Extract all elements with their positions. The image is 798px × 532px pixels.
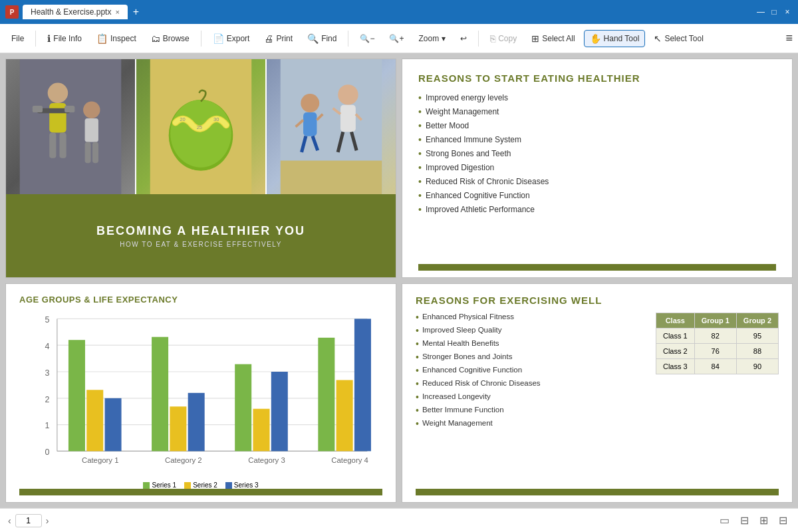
bullet-icon: • [418, 205, 422, 214]
list-item: •Increased Longevity [416, 392, 648, 402]
table-row: Class 18295 [656, 329, 778, 344]
list-item: •Improved energy levels [418, 93, 776, 102]
svg-text:2: 2 [45, 395, 50, 404]
table-header-class: Class [656, 313, 694, 329]
bullet-icon: • [416, 419, 419, 428]
bullet-icon: • [418, 191, 422, 200]
series3-color [225, 482, 232, 489]
view-cols-btn[interactable]: ⊞ [757, 513, 771, 528]
browse-icon: 🗂 [151, 33, 160, 44]
svg-text:5: 5 [45, 315, 50, 325]
view-thumbs-btn[interactable]: ⊟ [776, 513, 790, 528]
svg-rect-2 [49, 103, 66, 132]
svg-text:3: 3 [45, 368, 50, 378]
slide-4-title: REASONS FOR EXERCISING WELL [416, 295, 779, 306]
inspect-btn[interactable]: 📋 Inspect [90, 30, 142, 47]
hand-icon: ✋ [590, 33, 601, 44]
svg-text:1: 1 [45, 421, 50, 430]
table-cell: 88 [736, 344, 778, 359]
gym-image [6, 59, 135, 194]
svg-rect-60 [354, 319, 371, 451]
svg-rect-55 [253, 409, 269, 452]
close-btn[interactable]: × [782, 7, 793, 17]
inspect-icon: 📋 [96, 33, 108, 44]
zoom-out-icon: 🔍− [360, 34, 374, 43]
slide-1-subtitle: HOW TO EAT & EXERCISE EFFECTIVELY [120, 241, 282, 248]
statusbar: ‹ › ▭ ⊟ ⊞ ⊟ [0, 508, 798, 532]
bullet-icon: • [418, 121, 422, 130]
table-cell: 90 [736, 359, 778, 374]
svg-rect-27 [340, 105, 356, 132]
table-cell: Class 1 [656, 329, 694, 344]
slide-2[interactable]: REASONS TO START EATING HEALTHIER •Impro… [402, 59, 793, 278]
maximize-btn[interactable]: □ [769, 7, 779, 17]
slide-1[interactable]: 20 25 30 [5, 59, 396, 278]
print-btn[interactable]: 🖨 Print [258, 30, 299, 47]
slide-2-footer [418, 264, 776, 271]
back-btn[interactable]: ↩ [454, 31, 473, 47]
sep4 [478, 31, 479, 47]
menu-btn[interactable]: ≡ [785, 31, 793, 45]
file-tab[interactable]: Health & Exercise.pptx × [23, 5, 128, 19]
list-item: •Reduced Risk of Chronic Diseases [416, 379, 648, 388]
runners-image [267, 59, 396, 194]
minimize-btn[interactable]: — [755, 7, 766, 17]
file-info-btn[interactable]: ℹ File Info [41, 30, 88, 47]
series1-label: Series 1 [152, 481, 176, 489]
bullet-icon: • [416, 392, 419, 402]
view-grid-btn[interactable]: ⊟ [737, 513, 751, 528]
list-item: •Improved Athletic Performance [418, 205, 776, 214]
select-all-btn[interactable]: ⊞ Select All [525, 30, 581, 47]
svg-rect-54 [235, 364, 251, 452]
next-page-btn[interactable]: › [46, 515, 49, 526]
file-label: File [11, 34, 24, 43]
svg-rect-52 [188, 393, 205, 452]
zoom-out-btn[interactable]: 🔍− [354, 31, 380, 47]
list-item: •Better Immune Function [416, 406, 648, 415]
table-cell: Class 3 [656, 359, 694, 374]
copy-btn[interactable]: ⎘ Copy [484, 30, 523, 47]
slide-3[interactable]: AGE GROUPS & LIFE EXPECTANCY 0 1 2 3 4 5 [5, 283, 396, 503]
slide-4[interactable]: REASONS FOR EXERCISING WELL •Enhanced Ph… [402, 283, 793, 503]
list-item: •Better Mood [418, 121, 776, 130]
svg-rect-47 [86, 390, 103, 451]
svg-rect-9 [85, 118, 98, 142]
list-item: •Stronger Bones and Joints [416, 352, 648, 362]
table-cell: 95 [736, 329, 778, 344]
export-btn[interactable]: 📄 Export [207, 30, 256, 47]
series2-label: Series 2 [193, 481, 217, 489]
prev-page-btn[interactable]: ‹ [8, 515, 11, 526]
browse-btn[interactable]: 🗂 Browse [145, 30, 196, 47]
sep3 [348, 31, 348, 47]
hand-tool-btn[interactable]: ✋ Hand Tool [584, 30, 646, 47]
table-cell: 84 [694, 359, 736, 374]
slide-2-title: REASONS TO START EATING HEALTHIER [418, 72, 776, 84]
svg-text:30: 30 [213, 116, 219, 122]
series2-color [184, 482, 191, 489]
file-tab-title: Health & Exercise.pptx [31, 7, 111, 17]
file-menu-btn[interactable]: File [5, 31, 30, 47]
slides-area: 20 25 30 [0, 53, 798, 508]
legend-series2: Series 2 [184, 481, 217, 489]
svg-rect-11 [92, 142, 98, 164]
cursor-icon: ↖ [654, 33, 662, 44]
svg-text:Category 4: Category 4 [331, 456, 368, 464]
bullet-icon: • [418, 135, 422, 144]
series3-label: Series 3 [234, 481, 259, 489]
tab-close-btn[interactable]: × [115, 8, 119, 16]
list-item: •Mental Health Benefits [416, 339, 648, 348]
list-item: •Enhanced Cognitive Function [416, 366, 648, 375]
slide-4-body: •Enhanced Physical Fitness•Improved Slee… [416, 313, 779, 489]
find-btn[interactable]: 🔍 Find [301, 30, 342, 47]
view-single-btn[interactable]: ▭ [717, 513, 732, 528]
list-item: •Weight Management [416, 419, 648, 428]
page-input[interactable] [15, 514, 42, 527]
list-item: •Weight Management [418, 107, 776, 116]
zoom-in-btn[interactable]: 🔍+ [383, 31, 410, 47]
select-tool-btn[interactable]: ↖ Select Tool [648, 30, 709, 47]
bullet-icon: • [418, 149, 422, 158]
zoom-dropdown-btn[interactable]: Zoom ▾ [413, 31, 452, 47]
svg-rect-7 [59, 133, 66, 158]
svg-text:20: 20 [180, 116, 185, 122]
new-tab-btn[interactable]: + [133, 6, 139, 18]
